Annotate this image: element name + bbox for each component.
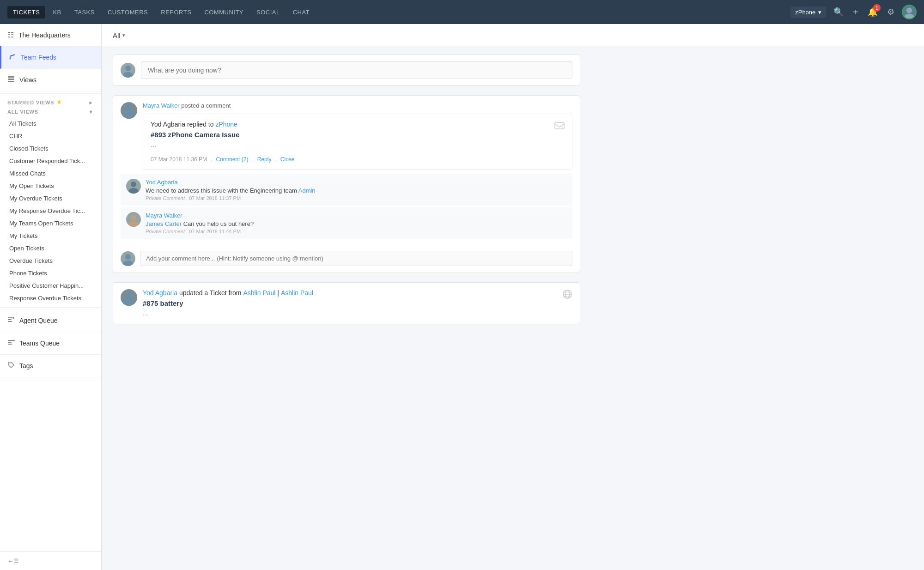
activity1-inner: Yod Agbaria replied to zPhone #893 zPhon… <box>143 114 572 170</box>
svg-rect-3 <box>8 76 14 78</box>
svg-point-17 <box>123 72 133 78</box>
comment2-avatar <box>126 212 141 227</box>
comment-item-2: Mayra Walker James Carter Can you help u… <box>121 207 572 239</box>
view-item-my-teams-open[interactable]: My Teams Open Tickets <box>0 217 101 230</box>
views-label: Views <box>19 76 36 84</box>
view-item-open-tickets[interactable]: Open Tickets <box>0 242 101 255</box>
view-item-my-tickets[interactable]: My Tickets <box>0 230 101 242</box>
svg-point-18 <box>125 104 133 112</box>
post-input-card <box>113 55 580 86</box>
svg-point-23 <box>131 215 136 220</box>
svg-rect-5 <box>8 81 14 82</box>
comment1-mention[interactable]: Admin <box>298 187 316 194</box>
svg-point-22 <box>128 188 139 194</box>
search-icon[interactable]: 🔍 <box>832 5 845 19</box>
activity-card-1: Mayra Walker posted a comment Yod Agbari… <box>113 95 580 273</box>
view-item-phone-tickets[interactable]: Phone Tickets <box>0 267 101 279</box>
view-item-my-response-overdue[interactable]: My Response Overdue Tic... <box>0 205 101 217</box>
comment-input-row <box>113 246 580 273</box>
view-item-my-open-tickets[interactable]: My Open Tickets <box>0 180 101 192</box>
nav-item-reports[interactable]: REPORTS <box>155 6 197 18</box>
sidebar-item-headquarters[interactable]: ☷ The Headquarters <box>0 24 101 46</box>
comment1-private-label: Private Comment <box>146 195 185 201</box>
phone-selector[interactable]: zPhone ▾ <box>790 6 826 18</box>
activity-card-2: Yod Agbaria updated a Ticket from Ashlin… <box>113 282 580 324</box>
team-feeds-label: Team Feeds <box>21 54 56 61</box>
notification-icon[interactable]: 🔔 1 <box>866 5 880 19</box>
comment1-timestamp: 07 Mar 2018 11:37 PM <box>189 195 241 201</box>
activity2-author-link[interactable]: Yod Agbaria <box>143 289 177 297</box>
view-item-my-overdue-tickets[interactable]: My Overdue Tickets <box>0 192 101 205</box>
activity1-email-icon[interactable] <box>554 121 565 133</box>
nav-item-kb[interactable]: KB <box>47 6 67 18</box>
collapse-button[interactable]: ←☰ <box>7 558 94 564</box>
sidebar-item-teams-queue[interactable]: Teams Queue <box>0 332 101 355</box>
activity1-comment-link[interactable]: Comment (2) <box>216 156 248 163</box>
sidebar-item-team-feeds[interactable]: Team Feeds <box>0 46 101 69</box>
view-item-overdue-tickets[interactable]: Overdue Tickets <box>0 255 101 267</box>
comment2-private-label: Private Comment <box>146 229 185 234</box>
svg-point-0 <box>906 7 912 13</box>
agent-queue-icon <box>7 316 15 325</box>
activity2-ellipsis: ... <box>143 309 557 317</box>
comment2-meta: Private Comment . 07 Mar 2018 11:44 PM <box>146 229 567 234</box>
activity1-reply-link[interactable]: Reply <box>257 156 272 163</box>
notification-badge: 1 <box>873 4 881 12</box>
starred-views-expand[interactable]: ► <box>88 100 94 105</box>
agent-queue-label: Agent Queue <box>19 317 58 324</box>
activity2-to-link[interactable]: Ashlin Paul <box>281 289 313 297</box>
activity1-replied-to-link[interactable]: zPhone <box>215 121 237 128</box>
current-user-avatar <box>121 63 135 78</box>
post-input-field[interactable] <box>141 61 572 79</box>
svg-point-27 <box>125 291 133 299</box>
nav-item-tasks[interactable]: TASKS <box>69 6 100 18</box>
activity2-title-row: Yod Agbaria updated a Ticket from Ashlin… <box>143 289 557 297</box>
activity2-from-link[interactable]: Ashlin Paul <box>243 289 275 297</box>
sidebar-item-agent-queue[interactable]: Agent Queue <box>0 309 101 332</box>
nav-right: zPhone ▾ 🔍 + 🔔 1 ⚙ <box>790 5 917 19</box>
comment1-content: Yod Agbaria We need to address this issu… <box>146 179 567 201</box>
settings-icon[interactable]: ⚙ <box>885 5 896 19</box>
nav-item-customers[interactable]: CUSTOMERS <box>102 6 153 18</box>
user-avatar[interactable] <box>902 5 917 19</box>
view-item-customer-responded[interactable]: Customer Responded Tick... <box>0 155 101 167</box>
sidebar-bottom: ←☰ <box>0 552 101 570</box>
view-item-missed-chats[interactable]: Missed Chats <box>0 167 101 180</box>
all-views-collapse[interactable]: ▼ <box>88 109 94 115</box>
add-icon[interactable]: + <box>851 5 860 19</box>
view-item-all-tickets[interactable]: All Tickets <box>0 117 101 130</box>
activity2-separator: | <box>277 289 281 297</box>
top-navigation: TICKETS KB TASKS CUSTOMERS REPORTS COMMU… <box>0 0 924 24</box>
activity1-avatar <box>121 102 137 119</box>
comment1-meta: Private Comment . 07 Mar 2018 11:37 PM <box>146 195 567 201</box>
activity2-action: updated a Ticket from <box>179 289 243 297</box>
svg-rect-8 <box>8 321 12 322</box>
sidebar-item-tags[interactable]: Tags <box>0 355 101 377</box>
comment-input-field[interactable] <box>140 251 572 266</box>
feed-filter-button[interactable]: All ▾ <box>113 31 125 39</box>
view-item-chr[interactable]: CHR <box>0 130 101 142</box>
view-item-response-overdue[interactable]: Response Overdue Tickets <box>0 292 101 304</box>
nav-item-tickets[interactable]: TICKETS <box>7 6 45 18</box>
activity1-close-link[interactable]: Close <box>280 156 295 163</box>
activity2-ticket-title: #875 battery <box>143 299 557 307</box>
view-item-positive-customer[interactable]: Positive Customer Happin... <box>0 279 101 292</box>
nav-item-social[interactable]: SOCIAL <box>251 6 286 18</box>
svg-rect-6 <box>8 317 12 318</box>
headquarters-label: The Headquarters <box>18 31 71 39</box>
activity1-replied-text: replied to <box>187 121 215 128</box>
svg-point-15 <box>10 364 11 364</box>
comment2-content: Mayra Walker James Carter Can you help u… <box>146 212 567 234</box>
activity1-posted-by: Mayra Walker posted a comment <box>143 102 572 109</box>
sidebar-item-views[interactable]: Views <box>0 69 101 91</box>
activity1-ticket-title: #893 zPhone Camera Issue <box>151 131 240 139</box>
nav-item-community[interactable]: COMMUNITY <box>199 6 249 18</box>
comment2-timestamp: 07 Mar 2018 11:44 PM <box>189 229 241 234</box>
nav-item-chat[interactable]: CHAT <box>287 6 315 18</box>
teams-queue-icon <box>7 339 15 348</box>
svg-point-2 <box>10 58 11 60</box>
view-item-closed-tickets[interactable]: Closed Tickets <box>0 142 101 155</box>
comment2-mention[interactable]: James Carter <box>146 220 182 227</box>
svg-point-1 <box>905 14 914 20</box>
activity1-author-link[interactable]: Mayra Walker <box>143 102 180 109</box>
